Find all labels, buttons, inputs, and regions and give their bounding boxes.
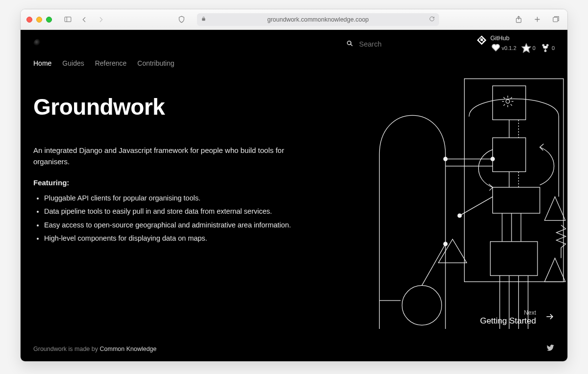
browser-titlebar: groundwork.commonknowledge.coop	[21, 9, 567, 30]
svg-point-9	[544, 50, 546, 51]
forward-button[interactable]	[95, 14, 107, 25]
svg-line-47	[460, 197, 492, 216]
github-icon	[477, 35, 487, 47]
primary-nav: Home Guides Reference Contributing	[21, 53, 567, 69]
sidebar-toggle-icon[interactable]	[62, 14, 74, 25]
footer-author-link[interactable]: Common Knowledge	[99, 346, 156, 352]
address-bar-url: groundwork.commonknowledge.coop	[267, 16, 368, 23]
svg-marker-27	[544, 197, 565, 220]
twitter-icon[interactable]	[546, 343, 555, 354]
browser-window: groundwork.commonknowledge.coop	[20, 9, 568, 362]
svg-rect-0	[65, 17, 71, 22]
nav-guides[interactable]: Guides	[62, 59, 84, 69]
search-icon	[345, 39, 354, 50]
github-version: v0.1.2	[490, 43, 516, 53]
site-logo[interactable]	[33, 39, 44, 50]
github-label: GitHub	[490, 35, 555, 42]
github-repo-link[interactable]: GitHub v0.1.2 0 0	[477, 35, 555, 53]
nav-reference[interactable]: Reference	[95, 59, 127, 69]
search-input[interactable]	[359, 40, 418, 48]
svg-point-35	[443, 242, 447, 246]
svg-line-45	[511, 97, 512, 99]
nav-home[interactable]: Home	[33, 59, 51, 69]
next-page-link[interactable]: Next Getting Started	[480, 309, 555, 326]
svg-line-42	[504, 97, 505, 99]
reload-icon[interactable]	[429, 16, 435, 24]
svg-line-43	[511, 104, 512, 106]
featuring-heading: Featuring:	[33, 178, 321, 187]
address-bar[interactable]: groundwork.commonknowledge.coop	[197, 13, 439, 26]
svg-point-24	[491, 157, 495, 161]
svg-point-46	[458, 214, 462, 218]
feature-item: Easy access to open-source geographical …	[44, 219, 321, 232]
svg-rect-10	[465, 79, 564, 282]
svg-rect-13	[492, 187, 539, 213]
nav-contributing[interactable]: Contributing	[137, 59, 174, 69]
svg-marker-26	[439, 239, 467, 263]
github-stars: 0	[521, 43, 536, 53]
github-forks: 0	[540, 43, 555, 53]
svg-line-44	[504, 104, 505, 106]
search-field[interactable]	[345, 39, 418, 50]
tab-overview-icon[interactable]	[550, 14, 562, 25]
svg-point-7	[542, 44, 544, 46]
feature-item: Data pipeline tools to easily pull in an…	[44, 205, 321, 219]
page-lede: An integrated Django and Javascript fram…	[33, 145, 288, 168]
site-footer: Groundwork is made by Common Knowledge	[33, 343, 555, 354]
next-label: Next	[480, 309, 536, 316]
svg-line-34	[422, 244, 445, 286]
svg-rect-11	[492, 86, 525, 120]
next-title: Getting Started	[480, 316, 536, 325]
feature-item: High-level components for displaying dat…	[44, 232, 321, 246]
page-title: Groundwork	[33, 94, 321, 120]
new-tab-icon[interactable]	[531, 14, 543, 25]
hero-illustration	[347, 74, 567, 329]
shield-icon[interactable]	[175, 14, 187, 25]
svg-rect-14	[490, 242, 538, 275]
back-button[interactable]	[78, 14, 90, 25]
svg-rect-12	[492, 138, 525, 172]
traffic-lights	[26, 17, 52, 23]
svg-marker-6	[522, 44, 530, 52]
window-minimize-button[interactable]	[36, 17, 42, 23]
hero: Groundwork An integrated Django and Java…	[21, 69, 334, 246]
share-icon[interactable]	[513, 14, 524, 25]
svg-point-8	[546, 44, 548, 46]
site-header: GitHub v0.1.2 0 0	[21, 30, 567, 53]
svg-rect-5	[553, 17, 557, 22]
svg-point-23	[443, 157, 447, 161]
lock-icon	[201, 16, 206, 23]
feature-list: Pluggable API clients for popular organi…	[33, 192, 321, 246]
window-close-button[interactable]	[26, 17, 32, 23]
arrow-right-icon	[545, 312, 555, 324]
svg-point-33	[402, 285, 442, 325]
feature-item: Pluggable API clients for popular organi…	[44, 192, 321, 205]
svg-marker-28	[544, 258, 565, 282]
window-zoom-button[interactable]	[46, 17, 52, 23]
footer-prefix: Groundwork is made by	[33, 346, 99, 352]
svg-point-37	[506, 100, 510, 103]
page-viewport: GitHub v0.1.2 0 0	[21, 30, 567, 361]
